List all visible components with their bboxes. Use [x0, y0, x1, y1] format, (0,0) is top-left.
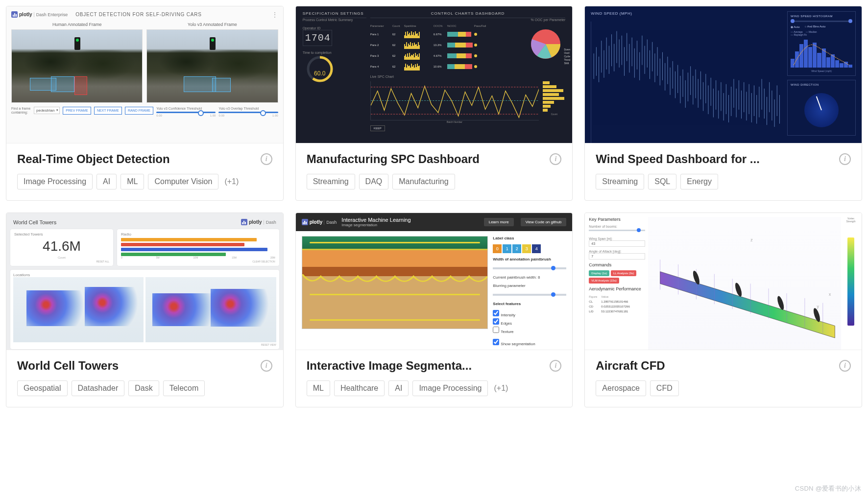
plotly-logo: plotly Dash — [302, 219, 337, 225]
app-title: World Cell Towers — [13, 219, 56, 225]
wind-title: WIND SPEED (MPH) — [591, 11, 782, 16]
class-button[interactable]: 4 — [532, 244, 541, 253]
ll-analysis-button[interactable]: LL Analysis (3s) — [611, 270, 636, 276]
map[interactable] — [13, 277, 144, 342]
tag[interactable]: Computer Vision — [148, 174, 218, 189]
keep-button[interactable]: KEEP — [370, 125, 385, 131]
view-code-button[interactable]: View Code on github — [521, 218, 567, 226]
tag[interactable]: AI — [388, 380, 409, 396]
feature-checkbox[interactable]: Intensity — [493, 310, 566, 318]
selected-towers-box: Selected Towers 41.6M Count RESET ALL — [10, 229, 113, 266]
card-wind-speed[interactable]: WIND SPEED (MPH) Time Elapsed (sec) WIND… — [584, 6, 862, 201]
brush-slider[interactable] — [493, 267, 566, 269]
class-select[interactable]: pedestrian — [34, 107, 60, 114]
next-frame-button[interactable]: NEXT FRAME — [94, 107, 122, 115]
chart-label: Live SPC Chart — [370, 75, 566, 78]
card-title: Wind Speed Dashboard for ... — [596, 152, 759, 166]
tag[interactable]: Healthcare — [334, 380, 385, 396]
tags: Aerospace CFD — [596, 380, 851, 396]
colorbar — [847, 237, 854, 326]
card-title: Aircraft CFD — [596, 359, 665, 373]
tag[interactable]: SQL — [648, 174, 676, 189]
cfd-plot[interactable]: x y z — [648, 217, 841, 350]
tags: Streaming SQL Energy — [596, 174, 851, 189]
yolo-frame — [146, 29, 278, 103]
feature-checkbox[interactable]: Texture — [493, 327, 566, 335]
wingspan-input[interactable]: 43 — [589, 240, 645, 247]
info-icon[interactable]: i — [839, 153, 851, 165]
radio-bar — [121, 243, 244, 246]
more-tags[interactable]: (+1) — [492, 381, 510, 396]
direction-panel: WIND DIRECTION — [787, 80, 856, 136]
tag[interactable]: ML — [121, 174, 144, 189]
tag[interactable]: AI — [96, 174, 117, 189]
info-icon[interactable]: i — [839, 360, 851, 372]
map[interactable] — [145, 277, 276, 342]
time-label: Time to completion — [303, 51, 366, 54]
class-button[interactable]: 3 — [522, 244, 531, 253]
conf-slider[interactable] — [156, 112, 216, 113]
prev-frame-button[interactable]: PREV FRAME — [63, 107, 91, 115]
card-title: Interactive Image Segmenta... — [307, 359, 472, 373]
tag[interactable]: ML — [307, 380, 330, 396]
feature-checkbox[interactable]: Edges — [493, 318, 566, 327]
card-segmentation[interactable]: plotly Dash Interactive Machine Learning… — [295, 213, 573, 407]
learn-more-button[interactable]: Learn more — [484, 218, 514, 226]
info-icon[interactable]: i — [550, 153, 561, 165]
class-button[interactable]: 0 — [493, 244, 502, 253]
histogram-panel: WIND SPEED HISTOGRAM ◉ Auto○ And Bins Au… — [787, 11, 856, 76]
overlap-slider[interactable] — [218, 112, 278, 113]
tag[interactable]: Dask — [128, 380, 159, 396]
show-seg-checkbox[interactable]: Show segmentation — [493, 339, 566, 347]
tag[interactable]: Image Processing — [17, 174, 93, 189]
table-row: Para 1626.67% — [370, 29, 522, 40]
gauge: 60.0 — [303, 54, 337, 84]
tag[interactable]: Energy — [680, 174, 718, 189]
booms-slider[interactable] — [589, 230, 645, 231]
info-icon[interactable]: i — [261, 360, 272, 372]
tag[interactable]: Manufacturing — [392, 174, 455, 189]
card-manufacturing[interactable]: SPECIFICATION SETTINGS Process Control M… — [295, 6, 573, 201]
tag[interactable]: DAQ — [359, 174, 389, 189]
radio-bar — [121, 238, 257, 241]
card-title: Real-Time Object Detection — [17, 152, 170, 166]
frame-right-label: Yolo v3 Annotated Frame — [146, 21, 278, 29]
menu-icon[interactable]: ⋮ — [271, 13, 278, 17]
card-object-detection[interactable]: plotly Dash Enterprise OBJECT DETECTION … — [6, 6, 284, 201]
info-icon[interactable]: i — [261, 153, 272, 165]
compass — [791, 88, 852, 132]
more-tags[interactable]: (+1) — [222, 174, 241, 189]
aoa-input[interactable]: 7 — [589, 253, 645, 260]
display-button[interactable]: Display (1s) — [589, 270, 609, 276]
thumb-object-detection: plotly Dash Enterprise OBJECT DETECTION … — [6, 6, 283, 143]
card-title: World Cell Towers — [17, 359, 119, 373]
tag[interactable]: Image Processing — [412, 380, 488, 396]
rand-frame-button[interactable]: RAND FRAME — [125, 107, 153, 115]
tag[interactable]: Datashader — [72, 380, 125, 396]
blur-slider[interactable] — [493, 294, 566, 296]
tag[interactable]: Streaming — [596, 174, 644, 189]
segmentation-image[interactable] — [302, 236, 488, 329]
vlm-analysis-button[interactable]: VLM Analysis (15s) — [589, 278, 619, 284]
table-row: Para 46210.6% — [370, 61, 522, 72]
thumb-segmentation: plotly Dash Interactive Machine Learning… — [296, 213, 573, 350]
class-picker: 0 1 2 3 4 — [493, 244, 566, 253]
bin-slider[interactable] — [791, 21, 852, 22]
tower-count: 41.6M — [14, 237, 109, 256]
tag[interactable]: CFD — [650, 380, 679, 396]
tag[interactable]: Aerospace — [596, 380, 646, 396]
class-button[interactable]: 2 — [512, 244, 521, 253]
tag[interactable]: Telecom — [163, 380, 205, 396]
info-icon[interactable]: i — [550, 360, 561, 372]
spc-chart — [370, 81, 539, 120]
card-aircraft-cfd[interactable]: Key Parameters Number of booms: Wing Spa… — [584, 213, 862, 407]
ctrl-header: CONTROL CHARTS DASHBOARD — [370, 11, 566, 18]
tag[interactable]: Streaming — [307, 174, 355, 189]
card-cell-towers[interactable]: World Cell Towers plotly Dash Selected T… — [6, 213, 284, 407]
reset-all-button[interactable]: RESET ALL — [14, 260, 109, 263]
class-button[interactable]: 1 — [503, 244, 511, 253]
find-frame-label: Find a frame containing: — [11, 107, 31, 115]
reset-view-button[interactable]: RESET VIEW — [13, 343, 276, 346]
clear-selection-button[interactable]: CLEAR SELECTION — [121, 260, 275, 263]
tag[interactable]: Geospatial — [17, 380, 68, 396]
